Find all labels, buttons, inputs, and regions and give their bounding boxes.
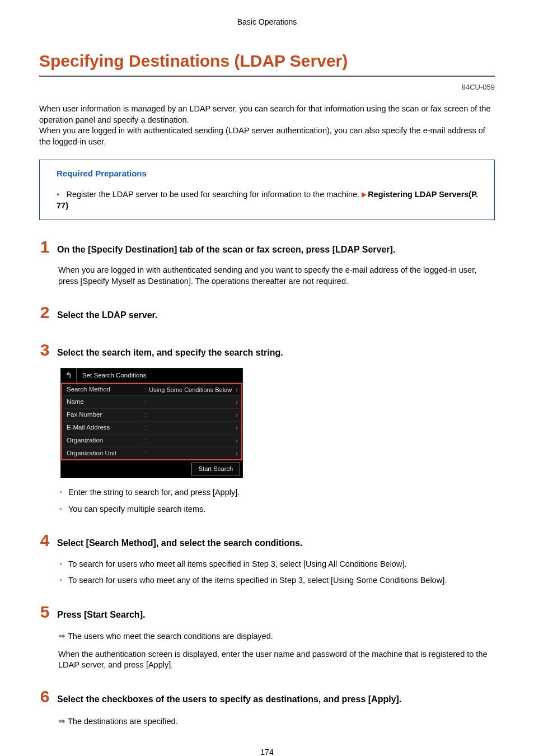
step-1: 1 On the [Specify Destination] tab of th… [56, 236, 495, 287]
step-bullet: To search for users who meet any of the … [58, 575, 495, 586]
field-row-name[interactable]: Name : › [61, 396, 242, 409]
search-method-value: Using Some Conditions Below [149, 386, 236, 394]
step-5: 5 Press [Start Search]. ➠The users who m… [56, 601, 495, 671]
step-title: Select the search item, and specify the … [57, 347, 283, 359]
steps-list: 1 On the [Specify Destination] tab of th… [39, 236, 495, 727]
step-result: ➠The destinations are specified. [58, 715, 495, 727]
step-number: 5 [39, 601, 50, 624]
intro-text: When user information is managed by an L… [39, 104, 495, 147]
step-body-para: When the authentication screen is displa… [58, 649, 495, 671]
search-method-label: Search Method [67, 385, 145, 394]
search-conditions-panel: ↰ Set Search Conditions Search Method : … [60, 368, 243, 478]
field-row-org-unit[interactable]: Organization Unit : › [61, 447, 242, 460]
step-title: Select the checkboxes of the users to sp… [57, 694, 401, 706]
field-row-org[interactable]: Organization : › [61, 435, 242, 447]
result-text: The destinations are specified. [68, 717, 178, 726]
colon-icon: : [145, 398, 147, 407]
panel-header: ↰ Set Search Conditions [61, 368, 242, 383]
panel-title: Set Search Conditions [77, 371, 146, 380]
prep-item-text: Register the LDAP server to be used for … [66, 190, 362, 199]
required-preparations-heading: Required Preparations [57, 168, 482, 179]
page-number: 174 [39, 747, 495, 756]
document-code: 84CU-059 [39, 82, 495, 92]
result-arrow-icon: ➠ [58, 631, 65, 641]
chevron-right-icon: › [236, 385, 238, 394]
required-preparations-box: Required Preparations Register the LDAP … [39, 160, 495, 220]
field-label: Fax Number [67, 410, 145, 419]
step-bullet: Enter the string to search for, and pres… [58, 487, 495, 498]
colon-icon: : [145, 410, 147, 419]
step-number: 6 [39, 685, 50, 708]
page-title: Specifying Destinations (LDAP Server) [39, 50, 495, 77]
step-6: 6 Select the checkboxes of the users to … [56, 685, 495, 727]
panel-footer: Start Search [61, 460, 242, 478]
step-body-para: When you are logged in with authenticate… [58, 265, 495, 287]
step-bullet: You can specify multiple search items. [58, 504, 495, 515]
prep-item: Register the LDAP server to be used for … [57, 189, 482, 211]
chevron-right-icon: › [236, 398, 238, 407]
step-title: On the [Specify Destination] tab of the … [57, 244, 395, 256]
step-number: 4 [39, 529, 50, 552]
field-label: Organization [67, 436, 145, 445]
step-bullet: To search for users who meet all items s… [58, 559, 495, 570]
result-arrow-icon: ➠ [58, 716, 65, 726]
field-row-email[interactable]: E-Mail Address : › [61, 422, 242, 435]
chevron-right-icon: › [236, 436, 238, 445]
start-search-button[interactable]: Start Search [191, 463, 240, 475]
intro-para-2: When you are logged in with authenticate… [39, 125, 495, 147]
step-title: Select [Search Method], and select the s… [57, 538, 302, 549]
intro-para-1: When user information is managed by an L… [39, 104, 495, 125]
step-title: Press [Start Search]. [57, 609, 145, 621]
field-label: Organization Unit [67, 449, 145, 458]
back-icon[interactable]: ↰ [61, 368, 77, 382]
step-title: Select the LDAP server. [57, 310, 157, 321]
search-method-row[interactable]: Search Method : Using Some Conditions Be… [61, 383, 242, 396]
result-text: The users who meet the search conditions… [68, 632, 273, 641]
step-result: ➠The users who meet the search condition… [58, 630, 495, 642]
step-number: 2 [39, 301, 50, 324]
chevron-right-icon: › [236, 423, 238, 432]
colon-icon: : [145, 423, 147, 432]
field-label: E-Mail Address [67, 423, 145, 432]
step-2: 2 Select the LDAP server. [56, 301, 495, 324]
colon-icon: : [145, 385, 147, 394]
step-number: 1 [39, 236, 50, 259]
chevron-right-icon: › [236, 410, 238, 419]
step-number: 3 [39, 339, 50, 362]
colon-icon: : [145, 436, 147, 445]
colon-icon: : [145, 449, 147, 458]
field-row-fax[interactable]: Fax Number : › [61, 409, 242, 422]
step-3: 3 Select the search item, and specify th… [56, 339, 495, 515]
link-arrow-icon [362, 192, 367, 198]
step-4: 4 Select [Search Method], and select the… [56, 529, 495, 586]
breadcrumb: Basic Operations [39, 17, 495, 27]
field-label: Name [67, 398, 145, 407]
chevron-right-icon: › [236, 449, 238, 458]
